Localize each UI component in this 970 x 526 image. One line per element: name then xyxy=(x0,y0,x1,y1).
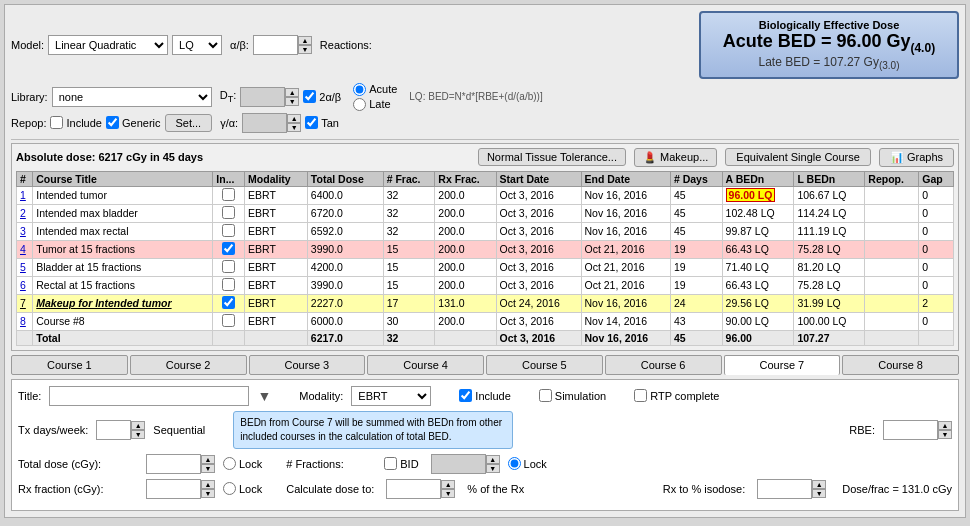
cell-include[interactable] xyxy=(213,276,245,294)
include-checkbox[interactable] xyxy=(50,116,63,129)
cell-rx-frac: 131.0 xyxy=(435,294,496,312)
cell-include[interactable] xyxy=(213,258,245,276)
course-tab-3[interactable]: Course 3 xyxy=(249,355,366,375)
two-ab-checkbox[interactable] xyxy=(303,90,316,103)
bid-check[interactable]: BID xyxy=(384,457,418,470)
include-check-1[interactable] xyxy=(222,206,235,219)
rtp-check[interactable]: RTP complete xyxy=(634,389,719,402)
cell-include[interactable] xyxy=(213,222,245,240)
rx-fraction-up[interactable]: ▲ xyxy=(201,480,215,489)
library-label: Library: xyxy=(11,91,48,103)
bid-checkbox[interactable] xyxy=(384,457,397,470)
rx-fraction-down[interactable]: ▼ xyxy=(201,489,215,498)
fractions-lock-on[interactable] xyxy=(508,457,521,470)
cell-include[interactable] xyxy=(213,240,245,258)
rbe-up[interactable]: ▲ xyxy=(938,421,952,430)
rtp-checkbox[interactable] xyxy=(634,389,647,402)
rbe-input[interactable]: 1.00 xyxy=(883,420,938,440)
generic-checkbox[interactable] xyxy=(106,116,119,129)
title-input[interactable]: Makeup for Intended tumor xyxy=(49,386,249,406)
rx-fraction-input[interactable]: 131.0 xyxy=(146,479,201,499)
course-tab-7[interactable]: Course 7 xyxy=(724,355,841,375)
two-ab-check[interactable]: 2α/β xyxy=(303,90,341,103)
modality-select[interactable]: EBRT xyxy=(351,386,431,406)
model-select[interactable]: Linear Quadratic xyxy=(48,35,168,55)
detail-include-check[interactable]: Include xyxy=(459,389,510,402)
dt-input[interactable]: 8.00 xyxy=(240,87,285,107)
detail-row-2: Tx days/week: 5 ▲ ▼ Sequential BEDn from… xyxy=(18,411,952,449)
tx-days-input[interactable]: 5 xyxy=(96,420,131,440)
total-dose-lock-off[interactable] xyxy=(223,457,236,470)
tan-label: Tan xyxy=(321,117,339,129)
graphs-button[interactable]: 📊 Graphs xyxy=(879,148,954,167)
cell-modality: EBRT xyxy=(245,276,308,294)
include-check-2[interactable] xyxy=(222,224,235,237)
cell-end: Nov 16, 2016 xyxy=(581,294,670,312)
tx-days-up[interactable]: ▲ xyxy=(131,421,145,430)
rx-isodose-input[interactable]: 100.0 xyxy=(757,479,812,499)
late-radio[interactable] xyxy=(353,98,366,111)
gamma-up[interactable]: ▲ xyxy=(287,114,301,123)
cell-include[interactable] xyxy=(213,312,245,330)
normal-tissue-button[interactable]: Normal Tissue Tolerance... xyxy=(478,148,626,166)
course-tab-5[interactable]: Course 5 xyxy=(486,355,603,375)
detail-include-checkbox[interactable] xyxy=(459,389,472,402)
cell-total-dose: 4200.0 xyxy=(307,258,383,276)
lq-select[interactable]: LQ xyxy=(172,35,222,55)
calculate-input[interactable]: 100.0 xyxy=(386,479,441,499)
simulation-check[interactable]: Simulation xyxy=(539,389,606,402)
include-check-3[interactable] xyxy=(222,242,235,255)
cell-a-bed: 99.87 LQ xyxy=(722,222,794,240)
fractions-down[interactable]: ▼ xyxy=(486,464,500,473)
ab-input[interactable]: 4.00 xyxy=(253,35,298,55)
cell-include[interactable] xyxy=(213,204,245,222)
makeup-button[interactable]: 💄 Makeup... xyxy=(634,148,717,167)
course-tab-6[interactable]: Course 6 xyxy=(605,355,722,375)
gamma-down[interactable]: ▼ xyxy=(287,123,301,132)
fractions-input[interactable]: 17 xyxy=(431,454,486,474)
cell-include[interactable] xyxy=(213,186,245,204)
reactions-group: Reactions: xyxy=(320,39,372,51)
calculate-up[interactable]: ▲ xyxy=(441,480,455,489)
equivalent-button[interactable]: Equivalent Single Course xyxy=(725,148,871,166)
library-select[interactable]: none xyxy=(52,87,212,107)
cell-end: Oct 21, 2016 xyxy=(581,276,670,294)
ab-down[interactable]: ▼ xyxy=(298,45,312,54)
simulation-checkbox[interactable] xyxy=(539,389,552,402)
include-check-7[interactable] xyxy=(222,314,235,327)
set-button[interactable]: Set... xyxy=(165,114,213,132)
dt-up[interactable]: ▲ xyxy=(285,88,299,97)
tan-checkbox[interactable] xyxy=(305,116,318,129)
rbe-down[interactable]: ▼ xyxy=(938,430,952,439)
tx-days-down[interactable]: ▼ xyxy=(131,430,145,439)
gamma-input[interactable]: 5.00 xyxy=(242,113,287,133)
ab-up[interactable]: ▲ xyxy=(298,36,312,45)
acute-radio[interactable] xyxy=(353,83,366,96)
cell-include[interactable] xyxy=(213,294,245,312)
include-check-5[interactable] xyxy=(222,278,235,291)
fractions-up[interactable]: ▲ xyxy=(486,455,500,464)
rx-isodose-up[interactable]: ▲ xyxy=(812,480,826,489)
total-dose-up[interactable]: ▲ xyxy=(201,455,215,464)
cell-num: 4 xyxy=(17,240,33,258)
include-check[interactable]: Include xyxy=(50,116,101,129)
course-tab-2[interactable]: Course 2 xyxy=(130,355,247,375)
calculate-down[interactable]: ▼ xyxy=(441,489,455,498)
course-tab-4[interactable]: Course 4 xyxy=(367,355,484,375)
course-tab-8[interactable]: Course 8 xyxy=(842,355,959,375)
include-check-0[interactable] xyxy=(222,188,235,201)
total-dose-down[interactable]: ▼ xyxy=(201,464,215,473)
include-check-4[interactable] xyxy=(222,260,235,273)
cell-days: 45 xyxy=(670,222,722,240)
title-arrow[interactable]: ▼ xyxy=(257,388,271,404)
include-check-6[interactable] xyxy=(222,296,235,309)
dt-down[interactable]: ▼ xyxy=(285,97,299,106)
tan-check[interactable]: Tan xyxy=(305,116,339,129)
cell-fracs: 32 xyxy=(383,222,435,240)
total-dose-input[interactable]: 2227.0 xyxy=(146,454,201,474)
generic-check[interactable]: Generic xyxy=(106,116,161,129)
rx-isodose-down[interactable]: ▼ xyxy=(812,489,826,498)
cell-days: 45 xyxy=(670,204,722,222)
rx-fraction-lock-off[interactable] xyxy=(223,482,236,495)
course-tab-1[interactable]: Course 1 xyxy=(11,355,128,375)
